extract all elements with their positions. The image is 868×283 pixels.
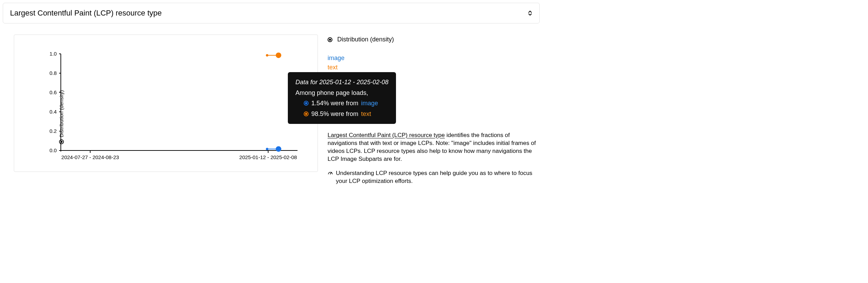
svg-point-11: [266, 148, 268, 150]
xtick-1: 2025-01-12 - 2025-02-08: [239, 154, 297, 160]
xtick-0: 2024-07-27 - 2024-08-23: [62, 154, 119, 160]
ytick-0: 0.0: [49, 147, 57, 153]
hint-text: Understanding LCP resource types can hel…: [336, 169, 540, 185]
legend-mode-label: Distribution (density): [337, 36, 394, 43]
ytick-5: 1.0: [49, 51, 57, 57]
metric-selector-label: Largest Contentful Paint (LCP) resource …: [10, 9, 162, 18]
legend-mode-row: Distribution (density): [328, 36, 540, 43]
tooltip-text-marker-icon: [304, 111, 309, 116]
ytick-3: 0.6: [49, 89, 57, 95]
legend-image[interactable]: image: [328, 53, 540, 63]
hint: Understanding LCP resource types can hel…: [328, 169, 540, 185]
svg-point-12: [276, 146, 281, 152]
chart-container: Distribution (density): [14, 35, 318, 172]
description-link[interactable]: Largest Contentful Paint (LCP) resource …: [328, 132, 445, 138]
tooltip-image-marker-icon: [304, 101, 309, 106]
legend-text[interactable]: text: [328, 63, 540, 72]
ytick-1: 0.2: [49, 128, 57, 134]
legend-series: image text: [328, 53, 540, 72]
svg-point-14: [266, 54, 268, 57]
ytick-2: 0.4: [49, 109, 57, 115]
updown-icon: [528, 10, 532, 16]
chart-plot[interactable]: 0.0 0.2 0.4 0.6 0.8 1.0 2024-07-27 - 202…: [14, 35, 318, 172]
svg-point-15: [276, 52, 281, 58]
ytick-4: 0.8: [49, 70, 57, 76]
density-marker-icon: [328, 37, 332, 42]
side-panel: Distribution (density) image text Larges…: [328, 35, 540, 185]
metric-selector[interactable]: Largest Contentful Paint (LCP) resource …: [3, 3, 540, 23]
description: Largest Contentful Paint (LCP) resource …: [328, 131, 540, 163]
speed-icon: [328, 170, 333, 176]
svg-point-17: [330, 174, 331, 174]
